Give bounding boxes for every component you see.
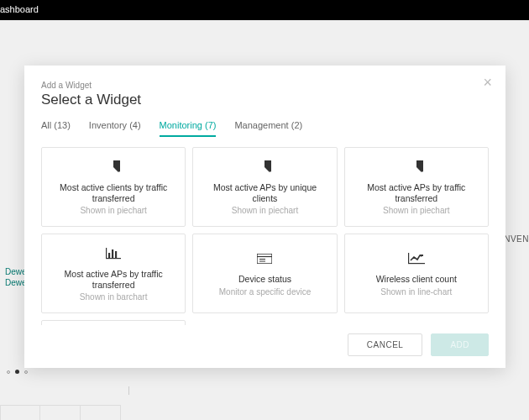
widget-title: Most active clients by traffic transferr… (49, 182, 178, 203)
widget-card[interactable]: Most active APs by unique clients Shown … (192, 147, 337, 227)
svg-rect-3 (112, 249, 113, 258)
svg-rect-1 (106, 248, 107, 259)
page-context: ashboard (0, 4, 39, 14)
pager (7, 370, 28, 374)
breadcrumb: Add a Widget (41, 81, 489, 90)
line-chart-icon (408, 250, 425, 267)
pager-prev-icon[interactable] (7, 370, 10, 374)
widget-title: Most active APs by unique clients (200, 182, 329, 203)
pie-chart-icon (410, 159, 423, 176)
bottom-box (40, 405, 81, 420)
widget-title: Most active APs by traffic transferred (352, 182, 481, 203)
widget-grid: Most active clients by traffic transferr… (41, 147, 489, 313)
add-button[interactable]: ADD (431, 333, 489, 356)
widget-card[interactable]: Most active APs by traffic transferred S… (41, 234, 186, 313)
widget-card[interactable]: Wireless client count Shown in line-char… (344, 234, 489, 313)
widget-card[interactable]: Most active clients by traffic transferr… (41, 147, 186, 227)
widget-title: Most active APs by traffic transferred (49, 269, 178, 290)
modal-footer: CANCEL ADD (41, 325, 489, 356)
widget-subtitle: Shown in barchart (80, 292, 148, 302)
widget-card[interactable]: Device status Monitor a specific device (192, 234, 337, 313)
widget-subtitle: Shown in piechart (383, 206, 450, 215)
widget-subtitle: Shown in piechart (232, 206, 299, 215)
svg-rect-10 (408, 253, 409, 264)
pie-chart-icon (258, 159, 271, 176)
select-widget-modal: × Add a Widget Select a Widget All (13) … (24, 66, 505, 368)
svg-rect-4 (115, 251, 117, 258)
separator (128, 386, 129, 395)
bottom-box (81, 405, 121, 420)
widget-title: Device status (238, 274, 291, 285)
bottom-box (0, 405, 40, 420)
tab-all[interactable]: All (13) (41, 120, 71, 137)
widget-title: Wireless client count (376, 274, 457, 285)
widget-subtitle: Shown in piechart (80, 206, 147, 215)
pager-next-icon[interactable] (24, 370, 28, 374)
tab-management[interactable]: Management (2) (234, 120, 302, 137)
cancel-button[interactable]: CANCEL (348, 333, 423, 356)
widget-grid-wrap: Most active clients by traffic transferr… (41, 137, 489, 325)
widget-subtitle: Monitor a specific device (219, 287, 312, 297)
modal-title: Select a Widget (41, 92, 489, 108)
pager-dot[interactable] (15, 370, 19, 374)
pie-chart-icon (107, 159, 120, 176)
tabs: All (13) Inventory (4) Monitoring (7) Ma… (41, 120, 489, 137)
widget-subtitle: Shown in line-chart (380, 287, 452, 297)
widget-card[interactable]: Most active APs by traffic transferred S… (344, 147, 489, 227)
device-icon (257, 250, 272, 267)
bottom-tabs (0, 405, 121, 420)
tab-monitoring[interactable]: Monitoring (7) (160, 120, 217, 137)
svg-rect-9 (408, 263, 425, 264)
svg-rect-0 (106, 258, 121, 259)
close-icon[interactable]: × (483, 74, 492, 92)
topbar: ashboard (0, 0, 529, 20)
bar-chart-icon (106, 245, 121, 262)
tab-inventory[interactable]: Inventory (4) (89, 120, 141, 137)
svg-rect-2 (108, 253, 110, 258)
